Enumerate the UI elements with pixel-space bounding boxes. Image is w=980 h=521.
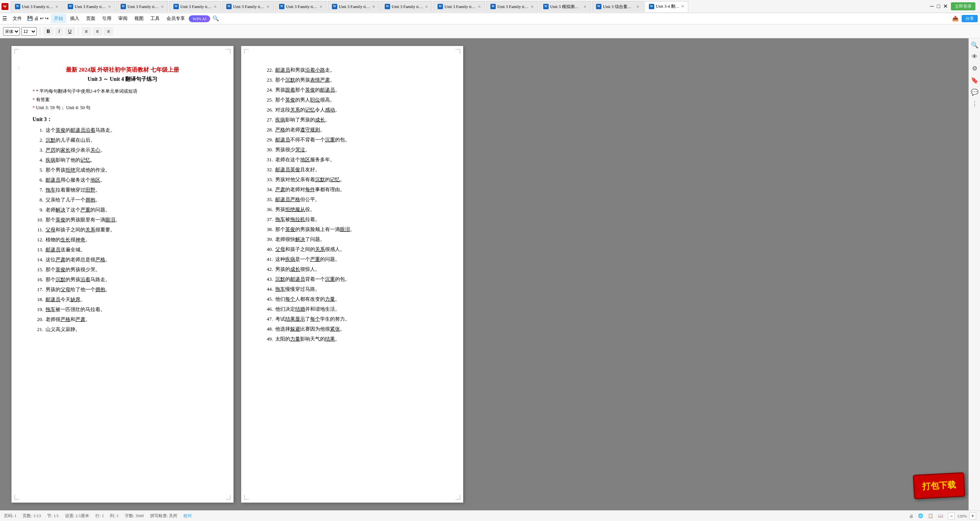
list-item: 6.邮递员用心服务这个地区。 <box>33 175 212 185</box>
sidebar-settings[interactable]: ⚙ <box>972 65 977 72</box>
align-left-button[interactable]: ≡ <box>82 27 91 36</box>
status-bar-right: 🖨 🌐 📋 📖 − 120% + <box>909 513 976 519</box>
tab-11[interactable]: WUnit 3 综合量评评…✕ <box>592 1 644 12</box>
status-col: 列: 1 <box>110 513 118 519</box>
view-read-icon[interactable]: 📖 <box>938 513 943 518</box>
login-button[interactable]: 立即登录 <box>951 2 975 10</box>
tab-8[interactable]: WUnit 3 Family ties…✕ <box>433 1 485 12</box>
keyword: 沉默 <box>56 277 65 282</box>
keyword: 严肃 <box>75 316 85 322</box>
keyword: 邮递员 <box>70 127 85 133</box>
menu-page[interactable]: 页面 <box>83 14 98 23</box>
zoom-in-button[interactable]: + <box>969 513 976 519</box>
undo-icon[interactable]: ↩ <box>40 16 44 21</box>
keyword: 沉重 <box>325 137 335 143</box>
font-size-select[interactable]: 12 <box>21 27 37 36</box>
tab-12[interactable]: WUnit 3-4 翻…✕ <box>645 1 688 12</box>
list-item: 9.老师解决了这个严重的问题。 <box>33 205 212 215</box>
keyword: 紧张 <box>330 326 340 332</box>
keyword: 结果 <box>285 316 295 322</box>
keyword: 严肃 <box>56 257 65 262</box>
keyword: 父母 <box>60 287 70 292</box>
share-button[interactable]: 分享 <box>962 15 978 22</box>
print-icon[interactable]: 🖨 <box>34 16 39 21</box>
tab-7[interactable]: WUnit 3 Family ties…✕ <box>381 1 432 12</box>
tab-3[interactable]: WUnit 3 Family ties…✕ <box>169 1 221 12</box>
redo-icon[interactable]: ↪ <box>45 16 49 21</box>
sidebar-more[interactable]: ⋮ <box>972 100 978 108</box>
keyword: 结果 <box>325 336 335 342</box>
notes-section: * * 平均每句翻译句子中使用2-4个本单元单词或短语 * 有答案 * Unit… <box>33 87 212 112</box>
list-item: 41.这种疾病是一个严重的问题。 <box>262 254 442 264</box>
window-maximize[interactable]: □ <box>937 3 940 10</box>
align-center-button[interactable]: ≡ <box>93 27 102 36</box>
bold-button[interactable]: B <box>43 27 54 36</box>
sidebar-comment[interactable]: 💬 <box>971 88 978 96</box>
list-item: 17.男孩的父母给了他一个拥抱。 <box>33 285 212 295</box>
sidebar-view[interactable]: 👁 <box>972 53 978 60</box>
list-item: 39.老师很快解决了问题。 <box>262 234 442 244</box>
keyword: 结婚 <box>295 306 305 312</box>
menu-vip[interactable]: 会员专享 <box>163 14 188 23</box>
menu-insert[interactable]: 插入 <box>67 14 82 23</box>
title-bar-right: ─ □ ✕ 立即登录 <box>930 2 978 10</box>
list-item: 25.那个英俊的男人职位很高。 <box>262 95 442 105</box>
keyword: 成长 <box>315 117 325 123</box>
doc-container: :: 最新 2024版 外研社初中英语教材 七年级上册 Unit 3 ～ Uni… <box>0 38 969 510</box>
tab-1[interactable]: WUnit 3 Family ties…✕ <box>64 1 115 12</box>
menu-home[interactable]: 开始 <box>51 14 66 23</box>
keyword: 表情 <box>310 77 320 83</box>
tab-5[interactable]: WUnit 3 Family ties…✕ <box>275 1 327 12</box>
keyword: 疾病 <box>46 157 56 163</box>
menu-file[interactable]: 文件 <box>10 14 25 23</box>
wps-ai-button[interactable]: WPS AI <box>189 15 210 22</box>
font-family-select[interactable]: 宋体 <box>3 27 20 36</box>
list-item: 11.父母和孩子之间的关系很重要。 <box>33 225 212 235</box>
keyword: 邮递员 <box>275 197 290 202</box>
save-icon[interactable]: 💾 <box>27 16 33 21</box>
window-close[interactable]: ✕ <box>943 3 948 10</box>
tab-0[interactable]: WUnit 3 Family ties…✕ <box>11 1 62 12</box>
top-right-icons: 📤 分享 <box>952 15 978 22</box>
menu-tools[interactable]: 工具 <box>147 14 163 23</box>
view-web-icon[interactable]: 🌐 <box>918 513 923 518</box>
list-item: 37.拖车被拖拉机拉着。 <box>262 215 442 224</box>
sidebar-bookmark[interactable]: 🔖 <box>971 77 978 84</box>
menu-view[interactable]: 视图 <box>131 14 147 23</box>
tab-10[interactable]: WUnit 3 模拟测试卷✕ <box>539 1 591 12</box>
align-right-button[interactable]: ≡ <box>104 27 113 36</box>
keyword: 关心 <box>90 147 100 153</box>
underline-button[interactable]: U <box>65 27 75 36</box>
window-minimize[interactable]: ─ <box>930 3 934 10</box>
search-icon[interactable]: 🔍 <box>212 15 219 22</box>
hamburger-icon[interactable]: ☰ <box>2 15 7 22</box>
italic-button[interactable]: I <box>55 27 63 36</box>
tab-6[interactable]: WUnit 3 Family ties…✕ <box>328 1 379 12</box>
sidebar-zoom-in[interactable]: 🔍 <box>971 41 978 49</box>
keyword: 力量 <box>290 336 300 342</box>
tab-4[interactable]: WUnit 3 Family ties…✕ <box>222 1 274 12</box>
keyword: 严厉 <box>46 147 56 153</box>
zoom-out-button[interactable]: − <box>948 513 955 519</box>
keyword: 记忆 <box>330 177 340 182</box>
tab-2[interactable]: WUnit 3 Family ties…✕ <box>116 1 168 12</box>
keyword: 沉默 <box>46 137 56 143</box>
download-badge[interactable]: 打包下载 <box>913 472 965 500</box>
list-item: 14.这位严肃的老师总是很严格。 <box>33 255 212 265</box>
keyword: 生长 <box>60 237 70 242</box>
drag-handle[interactable]: :: <box>17 65 20 71</box>
note-2: * 有答案 <box>33 96 212 104</box>
view-print-icon[interactable]: 🖨 <box>909 514 913 518</box>
list-item: 33.男孩对他父亲有着沉默的记忆。 <box>262 175 442 185</box>
list-item: 1.这个英俊的邮递员沿着马路走。 <box>33 125 212 135</box>
share-icon[interactable]: 📤 <box>952 15 959 22</box>
keyword: 严格 <box>275 127 285 133</box>
menu-review[interactable]: 审阅 <box>115 14 131 23</box>
list-item: 43.沉默的邮递员背着一个沉重的包。 <box>262 274 442 284</box>
view-outline-icon[interactable]: 📋 <box>928 513 933 518</box>
keyword: 解决 <box>295 236 305 242</box>
tab-9[interactable]: WUnit 3 Family ties…✕ <box>486 1 538 12</box>
list-item: 18.邮递员今天缺席。 <box>33 295 212 305</box>
menu-refs[interactable]: 引用 <box>99 14 114 23</box>
status-proofread[interactable]: 校对 <box>183 513 192 519</box>
